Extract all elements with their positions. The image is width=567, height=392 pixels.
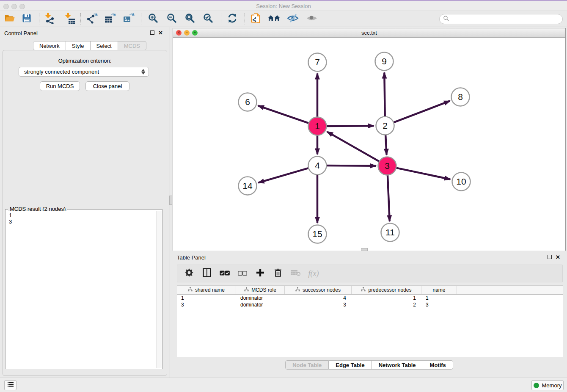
eye-slash-icon: [287, 14, 299, 25]
show-columns-button[interactable]: [201, 268, 213, 279]
graph-node-8[interactable]: 8: [451, 88, 470, 106]
graph-node-4[interactable]: 4: [308, 157, 327, 175]
table-row[interactable]: 3dominator323: [177, 301, 563, 308]
search-icon: [443, 15, 449, 23]
graph-node-7[interactable]: 7: [308, 53, 327, 72]
export-table-button[interactable]: [103, 13, 117, 25]
show-all-button[interactable]: [305, 13, 319, 25]
zoom-selected-button[interactable]: [201, 13, 215, 25]
export-network-icon: [86, 12, 98, 26]
graph-edge-3-11[interactable]: [388, 174, 390, 221]
import-table-button[interactable]: [62, 13, 77, 25]
function-builder-button[interactable]: f(x): [308, 268, 319, 279]
column-header-mcds-role[interactable]: MCDS role: [236, 286, 285, 294]
table-cell: 1: [421, 295, 457, 301]
graph-edge-4-3[interactable]: [325, 166, 376, 166]
zoom-out-icon: [166, 13, 177, 25]
result-scrollbar[interactable]: [156, 211, 162, 368]
network-window-titlebar[interactable]: ✕ − + scc.txt: [173, 28, 565, 38]
mcds-result-text[interactable]: 1 3: [6, 211, 156, 368]
float-panel-icon[interactable]: [150, 30, 154, 35]
column-header-successor-nodes[interactable]: successor nodes: [285, 286, 352, 294]
home-layout-button[interactable]: [267, 13, 281, 25]
table-row[interactable]: 1dominator411: [177, 295, 563, 301]
table-panel-header: Table Panel ✕: [171, 252, 567, 263]
graph-edge-1-2[interactable]: [325, 126, 374, 126]
tab-mcds[interactable]: MCDS: [118, 41, 146, 50]
task-history-button[interactable]: [4, 380, 17, 390]
search-input[interactable]: [451, 16, 562, 22]
graph-node-6[interactable]: 6: [239, 93, 257, 111]
tab-motifs[interactable]: Motifs: [423, 360, 453, 370]
graph-edge-2-9[interactable]: [384, 72, 385, 118]
export-network-button[interactable]: [85, 13, 99, 25]
tab-network-table[interactable]: Network Table: [372, 360, 423, 370]
tab-select[interactable]: Select: [91, 41, 118, 50]
select-all-rows-button[interactable]: [219, 268, 231, 279]
search-field[interactable]: [439, 14, 563, 24]
close-panel-button[interactable]: Close panel: [85, 81, 129, 91]
save-session-button[interactable]: [19, 13, 34, 25]
control-panel-title: Control Panel: [4, 30, 38, 36]
graph-node-1[interactable]: 1: [308, 117, 327, 135]
tree-icon: [244, 287, 249, 293]
column-header-name[interactable]: name: [421, 286, 457, 294]
delete-column-button[interactable]: [272, 268, 284, 279]
graph-edge-2-3[interactable]: [385, 133, 387, 155]
float-table-panel-icon[interactable]: [548, 255, 552, 259]
graph-edge-4-14[interactable]: [258, 168, 310, 182]
splitter-grip-vertical[interactable]: [169, 196, 172, 205]
plus-icon: [256, 268, 264, 279]
delete-table-button[interactable]: [290, 268, 302, 279]
zoom-fit-icon: [184, 13, 195, 25]
deselect-all-rows-button[interactable]: [237, 268, 248, 279]
tab-network[interactable]: Network: [33, 41, 66, 50]
graph-node-11[interactable]: 11: [381, 224, 399, 242]
criterion-dropdown[interactable]: strongly connected component: [19, 67, 149, 77]
copy-share-button[interactable]: [249, 13, 263, 25]
graph-node-label: 2: [383, 121, 388, 130]
optimization-criterion-label: Optimization criterion:: [0, 58, 170, 64]
open-session-button[interactable]: [3, 13, 17, 25]
hide-selected-button[interactable]: [286, 13, 300, 25]
tab-node-table[interactable]: Node Table: [285, 360, 329, 370]
zoom-out-button[interactable]: [165, 13, 179, 25]
column-header-predecessor-nodes[interactable]: predecessor nodes: [352, 286, 421, 294]
graph-node-15[interactable]: 15: [308, 225, 327, 243]
window-titlebar: Session: New Session: [0, 1, 567, 11]
graph-edge-3-10[interactable]: [395, 168, 450, 179]
tab-style[interactable]: Style: [66, 41, 91, 50]
column-settings-button[interactable]: [183, 268, 195, 279]
graph-node-10[interactable]: 10: [452, 173, 471, 191]
memory-label: Memory: [542, 382, 562, 389]
export-image-button[interactable]: [121, 13, 136, 25]
network-canvas[interactable]: 7968124314101511: [173, 38, 565, 251]
close-table-panel-icon[interactable]: ✕: [556, 255, 560, 260]
graph-edge-1-6[interactable]: [258, 106, 310, 124]
zoom-in-button[interactable]: [146, 13, 160, 25]
graph-node-3[interactable]: 3: [378, 157, 396, 175]
export-image-icon: [123, 12, 135, 26]
zoom-fit-button[interactable]: [183, 13, 197, 25]
table-cell: 3: [177, 301, 236, 308]
tab-edge-table[interactable]: Edge Table: [329, 360, 372, 370]
close-panel-icon[interactable]: ✕: [158, 30, 163, 36]
network-graph[interactable]: 7968124314101511: [173, 38, 565, 251]
refresh-button[interactable]: [225, 13, 239, 25]
graph-node-14[interactable]: 14: [239, 177, 257, 195]
graph-edge-2-8[interactable]: [392, 101, 450, 123]
graph-node-9[interactable]: 9: [375, 52, 394, 71]
splitter-grip-horizontal[interactable]: [361, 248, 368, 251]
memory-button[interactable]: Memory: [531, 380, 564, 390]
graph-node-2[interactable]: 2: [376, 117, 394, 135]
run-mcds-button[interactable]: Run MCDS: [40, 81, 80, 91]
import-network-button[interactable]: [42, 13, 57, 25]
column-header-shared-name[interactable]: shared name: [177, 286, 236, 294]
graph-node-label: 4: [315, 160, 320, 170]
add-column-button[interactable]: [254, 268, 266, 279]
control-panel-tabs: Network Style Select MCDS: [33, 41, 146, 50]
graph-node-label: 6: [245, 97, 250, 107]
criterion-dropdown-value: strongly connected component: [24, 69, 140, 75]
graph-edge-3-1[interactable]: [327, 132, 380, 162]
dropdown-stepper-icon: [140, 69, 146, 75]
